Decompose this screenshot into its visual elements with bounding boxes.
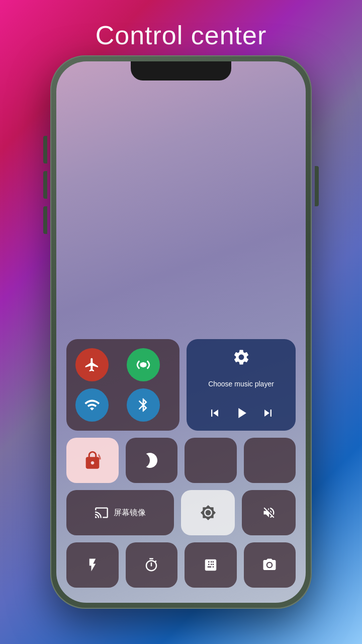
screen-mirror-label: 屏幕镜像 <box>114 508 146 518</box>
brightness-button[interactable] <box>181 490 235 535</box>
mute-button[interactable] <box>242 490 296 535</box>
camera-icon <box>262 557 277 573</box>
timer-button[interactable] <box>126 542 178 588</box>
rewind-button[interactable] <box>208 406 222 420</box>
lock-rotation-button[interactable] <box>66 438 119 483</box>
screen-mirror-button[interactable]: 屏幕镜像 <box>66 490 174 535</box>
screen-mirror-icon <box>95 506 109 520</box>
music-player-label: Choose music player <box>208 380 274 388</box>
airplane-mode-button[interactable] <box>75 348 109 381</box>
forward-button[interactable] <box>261 406 275 420</box>
moon-icon <box>142 451 160 469</box>
calculator-button[interactable] <box>185 542 237 588</box>
connectivity-panel <box>66 339 179 431</box>
flashlight-button[interactable] <box>66 542 119 588</box>
music-controls <box>208 405 275 422</box>
music-player-panel: Choose music player <box>187 339 296 431</box>
bluetooth-button[interactable] <box>127 388 160 422</box>
top-row: Choose music player <box>66 339 296 431</box>
mirror-row: 屏幕镜像 <box>66 490 296 535</box>
calculator-icon <box>203 557 218 573</box>
mute-icon <box>262 506 276 520</box>
flashlight-icon <box>85 557 100 573</box>
do-not-disturb-button[interactable] <box>126 438 178 483</box>
empty-slot-2[interactable] <box>244 438 296 483</box>
play-button[interactable] <box>233 405 250 422</box>
timer-icon <box>144 557 159 573</box>
phone-outer: Choose music player <box>50 55 312 609</box>
lock-rotation-icon <box>82 450 103 470</box>
wifi-button[interactable] <box>75 388 109 422</box>
cellular-button[interactable] <box>127 348 160 381</box>
control-center: Choose music player <box>66 339 296 588</box>
page-title: Control center <box>0 0 362 50</box>
bottom-row <box>66 542 296 588</box>
brightness-icon <box>200 505 216 521</box>
camera-button[interactable] <box>244 542 296 588</box>
middle-row <box>66 438 296 483</box>
phone-screen: Choose music player <box>56 61 306 603</box>
empty-slot-1[interactable] <box>185 438 237 483</box>
svg-point-1 <box>267 563 272 567</box>
phone-notch <box>131 61 231 80</box>
music-gear-icon[interactable] <box>232 348 250 366</box>
phone-frame: Choose music player <box>50 55 312 609</box>
